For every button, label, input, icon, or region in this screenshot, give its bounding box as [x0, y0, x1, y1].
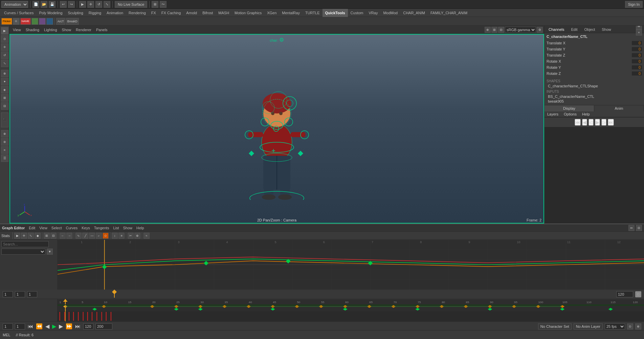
tl-icon1[interactable]: ⊙: [627, 323, 633, 330]
ge-move-btn[interactable]: ✛: [21, 233, 27, 239]
ge-menu-help[interactable]: Help: [134, 226, 146, 230]
vp-menu-show[interactable]: Show: [60, 28, 73, 32]
ge-menu-view[interactable]: View: [37, 226, 49, 230]
color-space-dropdown[interactable]: sRGB gamma: [505, 27, 536, 33]
ge-scale-btn[interactable]: ⤡: [28, 233, 34, 239]
ge-pre-infinity[interactable]: ←: [60, 233, 66, 239]
tl-anim-start[interactable]: [15, 323, 25, 330]
tab-custom[interactable]: Custom: [348, 9, 366, 17]
tab-sculpting[interactable]: Sculpting: [65, 9, 86, 17]
tool7[interactable]: ✦: [1, 78, 8, 85]
tl-anim-end[interactable]: [83, 323, 93, 330]
rotate-tool-btn[interactable]: ↺: [95, 1, 102, 8]
pb-prev-key[interactable]: ⏪: [35, 323, 43, 330]
ge-ripple[interactable]: ≈: [143, 233, 150, 239]
channel-translate-x[interactable]: Translate X 0: [545, 40, 644, 46]
ge-tan-spline[interactable]: ∿: [75, 233, 82, 239]
dsub-layers[interactable]: Layers: [545, 111, 561, 117]
cb-tab-show[interactable]: Show: [600, 27, 613, 31]
tab-mentalray[interactable]: MentalRay: [279, 9, 303, 17]
anim-prev-frame[interactable]: ◀: [582, 119, 587, 126]
tool10[interactable]: ⊟: [1, 102, 8, 110]
ge-menu-show[interactable]: Show: [121, 226, 135, 230]
vp-menu-panels[interactable]: Panels: [94, 28, 110, 32]
tab-poly-modeling[interactable]: Poly Modeling: [36, 9, 65, 17]
cb-tab-channels[interactable]: Channels: [547, 27, 566, 31]
ge-search-input[interactable]: [1, 241, 49, 247]
channel-rotate-y[interactable]: Rotate Y 0: [545, 64, 644, 70]
ge-break-tan[interactable]: ✂: [128, 233, 134, 239]
tab-arnold[interactable]: Arnold: [183, 9, 200, 17]
display-tab-anim[interactable]: Anim: [594, 105, 644, 111]
channel-ry-value[interactable]: 0: [632, 65, 642, 69]
anim-prev-key[interactable]: ⏮: [575, 119, 581, 126]
tab-mash[interactable]: MASH: [216, 9, 232, 17]
no-anim-layer-btn[interactable]: No Anim Layer: [574, 323, 603, 330]
vp-settings-btn[interactable]: ⚙: [537, 27, 543, 33]
move-tool[interactable]: ✛: [1, 43, 8, 51]
tab-rigging[interactable]: Rigging: [86, 9, 104, 17]
save-btn[interactable]: 💾: [49, 1, 55, 8]
redo-btn[interactable]: ↪: [68, 1, 75, 8]
tl-icon2[interactable]: ⊕: [635, 323, 641, 330]
tab-xgen[interactable]: XGen: [264, 9, 279, 17]
tl-start[interactable]: [3, 323, 13, 330]
rotate-tool[interactable]: ↺: [1, 51, 8, 59]
pb-next-key[interactable]: ⏩: [65, 323, 73, 330]
ge-menu-keys[interactable]: Keys: [80, 226, 92, 230]
channel-ty-value[interactable]: 0: [632, 47, 642, 51]
tl-start-frame[interactable]: [3, 291, 13, 297]
tool6[interactable]: ⊕: [1, 70, 8, 77]
tl-current-display[interactable]: [27, 291, 37, 297]
select-tool-btn[interactable]: ▶: [79, 1, 86, 8]
channel-rotate-x[interactable]: Rotate X 0: [545, 58, 644, 64]
ge-post-infinity[interactable]: →: [66, 233, 72, 239]
ge-insert-key[interactable]: ◆: [35, 233, 41, 239]
sign-in-btn[interactable]: Sign In: [625, 1, 643, 8]
ge-select-btn[interactable]: ▶: [14, 233, 20, 239]
tab-char-anim[interactable]: CHAR_ANIM: [400, 9, 428, 17]
ge-expand-btn[interactable]: ⇔: [628, 225, 635, 231]
vp-menu-view[interactable]: View: [11, 28, 23, 32]
pb-step-fwd[interactable]: ▶: [58, 323, 64, 330]
channel-tx-value[interactable]: 0: [632, 41, 642, 45]
vp-menu-shading[interactable]: Shading: [24, 28, 41, 32]
ge-frame-all[interactable]: ⊞: [44, 233, 50, 239]
ge-normalize[interactable]: ↕: [112, 233, 118, 239]
pb-step-back[interactable]: ◀: [45, 323, 50, 330]
tab-vray[interactable]: VRay: [366, 9, 381, 17]
ge-menu-curves[interactable]: Curves: [64, 226, 80, 230]
color3-btn[interactable]: [46, 18, 53, 25]
channel-tz-value[interactable]: 0: [632, 53, 642, 57]
tab-animation[interactable]: Animation: [104, 9, 126, 17]
tab-rendering[interactable]: Rendering: [126, 9, 149, 17]
undo-btn[interactable]: ↩: [60, 1, 67, 8]
fps-dropdown[interactable]: 25 fps: [605, 323, 625, 330]
lasso-tool[interactable]: ⊙: [1, 35, 8, 43]
ctrl-btn[interactable]: ⊙: [13, 18, 20, 25]
ge-filter-btn[interactable]: ▼: [47, 249, 53, 255]
color2-btn[interactable]: [39, 18, 46, 25]
display-tab-display[interactable]: Display: [545, 105, 594, 111]
shapes-item[interactable]: C_characterName_CTLShape: [547, 84, 642, 88]
tool14[interactable]: ≡: [1, 146, 8, 154]
tool12[interactable]: ⊕: [1, 130, 8, 137]
select-tool[interactable]: ▶: [1, 27, 8, 35]
tool8[interactable]: ◈: [1, 86, 8, 93]
ge-menu-tangents[interactable]: Tangents: [92, 226, 111, 230]
anim-next-key[interactable]: ⏭: [608, 119, 614, 126]
tl-current-frame[interactable]: [15, 291, 25, 297]
tool13[interactable]: ⊛: [1, 138, 8, 146]
name-btn[interactable]: NAME: [20, 18, 31, 25]
pb-rewind[interactable]: ⏮: [27, 323, 34, 330]
tool15[interactable]: ☰: [1, 154, 8, 162]
anim-play-back[interactable]: ◁: [589, 119, 594, 126]
snap-grid-btn[interactable]: ⊞: [152, 1, 158, 8]
breakd-btn[interactable]: BreakD: [66, 18, 79, 25]
snap-curve-btn[interactable]: 〜: [160, 1, 166, 8]
vp-icon3[interactable]: ⊟: [498, 27, 504, 33]
ge-tan-linear[interactable]: ╱: [82, 233, 88, 239]
flicker-btn[interactable]: Flicker: [1, 18, 12, 25]
arct-btn[interactable]: ArcT: [56, 18, 65, 25]
tool9[interactable]: ⊞: [1, 94, 8, 102]
